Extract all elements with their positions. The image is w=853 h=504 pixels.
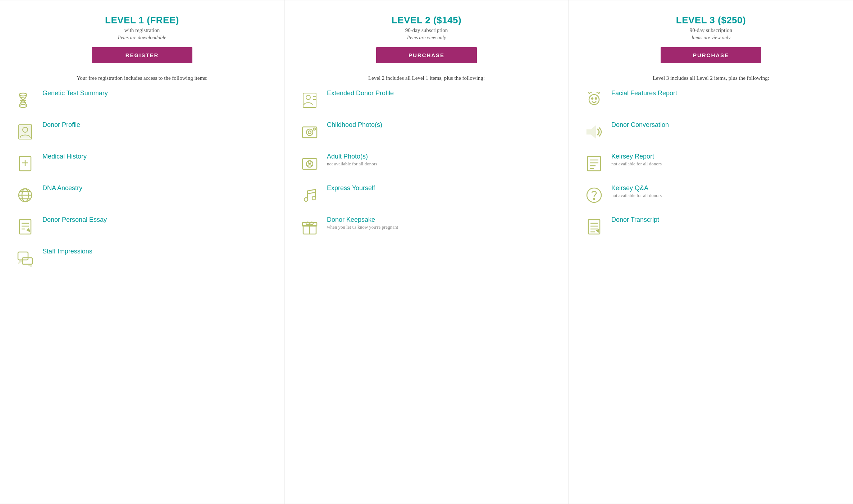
level-note-level1: Items are downloadable: [14, 35, 270, 41]
svg-point-49: [593, 198, 595, 200]
list-item: Extended Donor Profile: [299, 90, 554, 111]
svg-point-23: [306, 95, 310, 100]
svg-rect-22: [303, 93, 316, 107]
item-name: Facial Features Report: [611, 90, 677, 97]
audio-icon: [583, 121, 605, 143]
svg-point-48: [587, 188, 601, 202]
level-title-level2: LEVEL 2 ($145): [299, 15, 554, 26]
level-title-level3: LEVEL 3 ($250): [583, 15, 839, 26]
item-name: Extended Donor Profile: [327, 90, 394, 97]
svg-point-39: [589, 95, 599, 105]
pricing-col-level1: LEVEL 1 (FREE) with registration Items a…: [0, 0, 284, 504]
list-item: Donor Transcript: [583, 216, 839, 238]
keirsey-icon: [583, 153, 605, 174]
list-item: Express Yourself: [299, 184, 554, 206]
item-name: Medical History: [42, 153, 87, 160]
pricing-col-level2: LEVEL 2 ($145) 90-day subscription Items…: [284, 0, 569, 504]
col-header-level3: LEVEL 3 ($250) 90-day subscription Items…: [583, 15, 839, 63]
dna-icon: [14, 90, 36, 111]
btn-level1[interactable]: REGISTER: [92, 47, 192, 63]
list-item: Donor Profile: [14, 121, 270, 143]
item-name: Childhood Photo(s): [327, 121, 382, 129]
svg-point-40: [592, 98, 593, 99]
svg-rect-21: [22, 258, 32, 264]
list-item: Keirsey Report not available for all don…: [583, 153, 839, 174]
item-subnote: not available for all donors: [611, 161, 662, 167]
list-item: DNA Ancestry: [14, 184, 270, 206]
btn-level2[interactable]: PURCHASE: [376, 47, 477, 63]
medical-icon: [14, 153, 36, 174]
adult-photo-icon: [299, 153, 320, 174]
level-subtitle-level1: with registration: [14, 27, 270, 33]
col-header-level1: LEVEL 1 (FREE) with registration Items a…: [14, 15, 270, 63]
pricing-container: LEVEL 1 (FREE) with registration Items a…: [0, 0, 853, 504]
level-title-level1: LEVEL 1 (FREE): [14, 15, 270, 26]
item-name: Donor Keepsake: [327, 216, 398, 224]
item-subnote: not available for all donors: [327, 161, 377, 167]
item-name: Donor Profile: [42, 121, 80, 129]
list-item: Facial Features Report: [583, 90, 839, 111]
item-name: Adult Photo(s): [327, 153, 377, 160]
svg-point-28: [308, 131, 311, 134]
music-icon: [299, 184, 320, 206]
item-name: Keirsey Q&A: [611, 184, 662, 192]
items-list-level1: Genetic Test Summary Donor Profile: [14, 90, 270, 269]
col-header-level2: LEVEL 2 ($145) 90-day subscription Items…: [299, 15, 554, 63]
item-subnote: when you let us know you're pregnant: [327, 224, 398, 230]
btn-level3[interactable]: PURCHASE: [661, 47, 761, 63]
svg-point-27: [306, 129, 313, 136]
svg-rect-20: [18, 252, 28, 260]
item-name: Keirsey Report: [611, 153, 662, 160]
transcript-icon: [583, 216, 605, 238]
svg-point-1: [19, 105, 27, 107]
item-name: Staff Impressions: [42, 248, 92, 255]
items-list-level2: Extended Donor Profile Childhood Photo(s…: [299, 90, 554, 238]
item-name: Express Yourself: [327, 184, 375, 192]
item-subnote: not available for all donors: [611, 193, 662, 198]
svg-point-41: [595, 98, 597, 99]
list-item: Donor Conversation: [583, 121, 839, 143]
list-item: Donor Personal Essay: [14, 216, 270, 238]
list-item: Adult Photo(s) not available for all don…: [299, 153, 554, 174]
item-name: Donor Transcript: [611, 216, 659, 224]
svg-point-0: [19, 93, 27, 96]
face-icon: [583, 90, 605, 111]
level-note-level3: Items are view only: [583, 35, 839, 41]
profile-icon: [14, 121, 36, 143]
svg-marker-42: [587, 126, 596, 138]
items-list-level3: Facial Features Report Donor Conversatio…: [583, 90, 839, 238]
level-subtitle-level2: 90-day subscription: [299, 27, 554, 33]
chat-icon: [14, 248, 36, 269]
globe-icon: [14, 184, 36, 206]
list-item: Keirsey Q&A not available for all donors: [583, 184, 839, 206]
item-name: Donor Conversation: [611, 121, 669, 129]
item-name: DNA Ancestry: [42, 184, 82, 192]
list-item: Childhood Photo(s): [299, 121, 554, 143]
pricing-col-level3: LEVEL 3 ($250) 90-day subscription Items…: [569, 0, 853, 504]
level-subtitle-level3: 90-day subscription: [583, 27, 839, 33]
col-description-level2: Level 2 includes all Level 1 items, plus…: [299, 74, 554, 82]
list-item: Donor Keepsake when you let us know you'…: [299, 216, 554, 238]
col-description-level3: Level 3 includes all Level 2 items, plus…: [583, 74, 839, 82]
svg-point-32: [308, 161, 311, 164]
list-item: Medical History: [14, 153, 270, 174]
qa-icon: [583, 184, 605, 206]
svg-line-35: [307, 192, 315, 194]
list-item: Staff Impressions: [14, 248, 270, 269]
essay-icon: [14, 216, 36, 238]
gift-icon: [299, 216, 320, 238]
col-description-level1: Your free registration includes access t…: [14, 74, 270, 82]
item-name: Genetic Test Summary: [42, 90, 108, 97]
child-photo-icon: [299, 121, 320, 143]
level-note-level2: Items are view only: [299, 35, 554, 41]
list-item: Genetic Test Summary: [14, 90, 270, 111]
svg-rect-16: [19, 220, 31, 234]
item-name: Donor Personal Essay: [42, 216, 107, 224]
svg-point-29: [313, 128, 315, 130]
extended-profile-icon: [299, 90, 320, 111]
